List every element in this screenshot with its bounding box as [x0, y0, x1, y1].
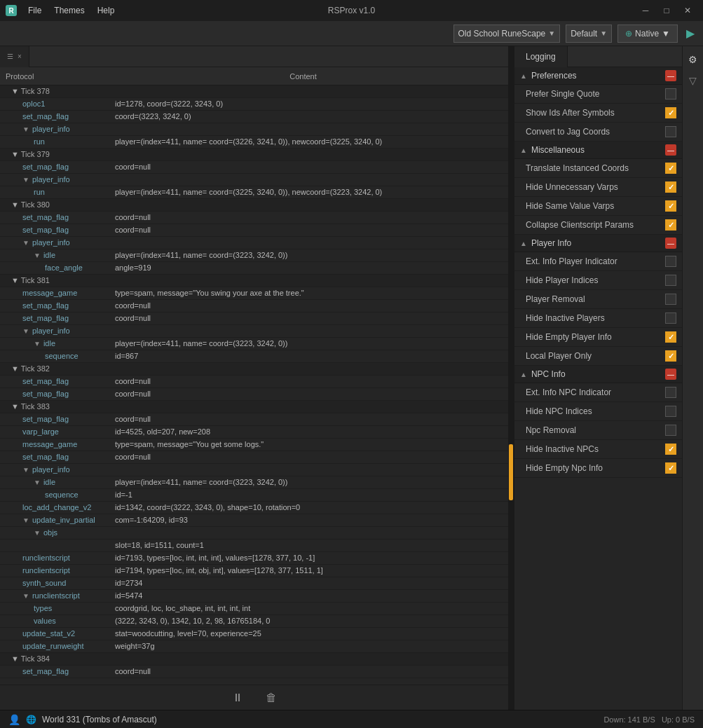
log-row[interactable]: ▼ idleplayer=(index=411, name= coord=(32…: [0, 249, 508, 262]
scroll-indicator[interactable]: [508, 46, 514, 710]
close-button[interactable]: ✕: [678, 4, 697, 18]
pref-checkbox[interactable]: [665, 425, 676, 436]
pref-checkbox[interactable]: [665, 200, 676, 212]
log-row[interactable]: set_map_flagcoord=null: [0, 300, 508, 313]
pref-row[interactable]: Convert to Jag Coords: [514, 123, 682, 142]
log-row[interactable]: message_gametype=spam, message="You get …: [0, 439, 508, 451]
trash-button[interactable]: 🗑: [260, 689, 282, 707]
log-row[interactable]: values(3222, 3243, 0), 1342, 10, 2, 98, …: [0, 615, 508, 628]
log-row[interactable]: update_stat_v2stat=woodcutting, level=70…: [0, 628, 508, 640]
log-row[interactable]: set_map_flagcoord=null: [0, 451, 508, 464]
native-button[interactable]: ⊕ Native ▼: [617, 25, 678, 43]
log-row[interactable]: typescoordgrid, loc, loc_shape, int, int…: [0, 603, 508, 615]
log-row[interactable]: sequenceid=867: [0, 350, 508, 363]
log-row[interactable]: ▼ Tick 378: [0, 85, 508, 98]
pref-checkbox[interactable]: [665, 219, 676, 231]
tab-close-button[interactable]: ×: [18, 53, 22, 60]
pref-row[interactable]: Ext. Info NPC Indicator: [514, 383, 682, 402]
pref-checkbox[interactable]: [665, 126, 676, 137]
log-row[interactable]: runclientscriptid=7194, types=[loc, int,…: [0, 565, 508, 577]
section-header-npc_info[interactable]: ▲NPC Info—: [514, 366, 682, 383]
log-row[interactable]: ▼ update_inv_partialcom=-1:64209, id=93: [0, 514, 508, 527]
section-header-preferences[interactable]: ▲Preferences—: [514, 67, 682, 85]
pref-row[interactable]: Hide Same Value Varps: [514, 197, 682, 216]
log-row[interactable]: set_map_flagcoord=null: [0, 161, 508, 174]
log-row[interactable]: synth_soundid=2734: [0, 577, 508, 590]
pref-checkbox[interactable]: [665, 406, 676, 417]
pref-checkbox[interactable]: [665, 350, 676, 362]
logging-tab[interactable]: Logging: [514, 46, 568, 67]
log-row[interactable]: ▼ player_info: [0, 237, 508, 249]
pref-row[interactable]: Npc Removal: [514, 421, 682, 440]
pref-checkbox[interactable]: [665, 462, 676, 474]
section-header-player_info[interactable]: ▲Player Info—: [514, 235, 682, 252]
log-row[interactable]: ▼ idleplayer=(index=411, name= coord=(32…: [0, 476, 508, 489]
log-row[interactable]: ▼ idleplayer=(index=411, name= coord=(32…: [0, 338, 508, 350]
menu-themes[interactable]: Themes: [48, 4, 90, 17]
window-controls[interactable]: ─ □ ✕: [636, 4, 697, 18]
pref-checkbox[interactable]: [665, 88, 676, 99]
pref-row[interactable]: Hide NPC Indices: [514, 402, 682, 421]
menu-help[interactable]: Help: [92, 4, 121, 17]
pref-row[interactable]: Hide Empty Player Info: [514, 328, 682, 347]
pref-row[interactable]: Hide Player Indices: [514, 271, 682, 290]
pref-checkbox[interactable]: [665, 275, 676, 286]
maximize-button[interactable]: □: [657, 4, 676, 18]
menu-file[interactable]: File: [22, 4, 47, 17]
log-row[interactable]: ▼ player_info: [0, 174, 508, 186]
log-row[interactable]: set_map_flagcoord=null: [0, 224, 508, 237]
log-row[interactable]: sequenceid=-1: [0, 489, 508, 502]
log-row[interactable]: set_map_flagcoord=(3223, 3242, 0): [0, 111, 508, 123]
log-row[interactable]: runplayer=(index=411, name= coord=(3226,…: [0, 136, 508, 149]
log-row[interactable]: ▼ objs: [0, 527, 508, 540]
pref-row[interactable]: Collapse Clientscript Params: [514, 216, 682, 235]
prefs-panel[interactable]: ▲Preferences—Prefer Single QuoteShow Ids…: [514, 67, 682, 710]
pause-button[interactable]: ⏸: [226, 689, 249, 707]
log-row[interactable]: ▼ Tick 379: [0, 149, 508, 161]
pref-row[interactable]: Hide Inactive Players: [514, 309, 682, 328]
settings-icon[interactable]: ⚙: [685, 52, 701, 67]
pref-checkbox[interactable]: [665, 331, 676, 343]
log-row[interactable]: face_angleangle=919: [0, 262, 508, 275]
pref-checkbox[interactable]: [665, 444, 676, 455]
pref-row[interactable]: Prefer Single Quote: [514, 85, 682, 104]
log-tab[interactable]: ☰ ×: [0, 46, 29, 67]
pref-row[interactable]: Hide Inactive NPCs: [514, 440, 682, 459]
pref-row[interactable]: Show Ids After Symbols: [514, 104, 682, 123]
pref-checkbox[interactable]: [665, 387, 676, 398]
log-row[interactable]: ▼ Tick 380: [0, 199, 508, 212]
log-row[interactable]: ▼ runclientscriptid=5474: [0, 590, 508, 603]
log-row[interactable]: ▼ Tick 381: [0, 275, 508, 287]
pref-row[interactable]: Translate Instanced Coords: [514, 159, 682, 178]
log-row[interactable]: varp_largeid=4525, old=207, new=208: [0, 426, 508, 439]
menu-bar[interactable]: File Themes Help: [22, 4, 120, 17]
pref-checkbox[interactable]: [665, 163, 676, 174]
pref-checkbox[interactable]: [665, 313, 676, 324]
log-row[interactable]: ▼ Tick 383: [0, 401, 508, 413]
log-row[interactable]: ▼ player_info: [0, 325, 508, 338]
game-select[interactable]: Old School RuneScape ▼: [453, 25, 561, 43]
log-row[interactable]: set_map_flagcoord=null: [0, 376, 508, 388]
pref-checkbox[interactable]: [665, 181, 676, 193]
log-row[interactable]: ▼ Tick 384: [0, 653, 508, 666]
profile-select[interactable]: Default ▼: [566, 25, 612, 43]
log-row[interactable]: runplayer=(index=411, name= coord=(3225,…: [0, 186, 508, 199]
log-row[interactable]: message_gametype=spam, message="You swin…: [0, 287, 508, 300]
section-header-miscellaneous[interactable]: ▲Miscellaneous—: [514, 142, 682, 159]
pref-row[interactable]: Local Player Only: [514, 347, 682, 366]
pref-row[interactable]: Player Removal: [514, 290, 682, 309]
play-button[interactable]: ▶: [683, 25, 697, 41]
log-area[interactable]: ▼ Tick 378oploc1id=1278, coord=(3222, 32…: [0, 85, 508, 685]
log-row[interactable]: loc_add_change_v2id=1342, coord=(3222, 3…: [0, 502, 508, 514]
log-row[interactable]: oploc1id=1278, coord=(3222, 3243, 0): [0, 98, 508, 111]
pref-row[interactable]: Hide Empty Npc Info: [514, 459, 682, 478]
log-row[interactable]: ▼ player_info: [0, 464, 508, 476]
log-row[interactable]: set_map_flagcoord=null: [0, 666, 508, 678]
pref-checkbox[interactable]: [665, 294, 676, 305]
scroll-thumb[interactable]: [509, 444, 513, 500]
log-row[interactable]: set_map_flagcoord=null: [0, 413, 508, 426]
filter-icon[interactable]: ▽: [685, 73, 701, 88]
log-row[interactable]: set_map_flagcoord=null: [0, 313, 508, 325]
pref-row[interactable]: Hide Unnecessary Varps: [514, 178, 682, 197]
pref-checkbox[interactable]: [665, 256, 676, 267]
